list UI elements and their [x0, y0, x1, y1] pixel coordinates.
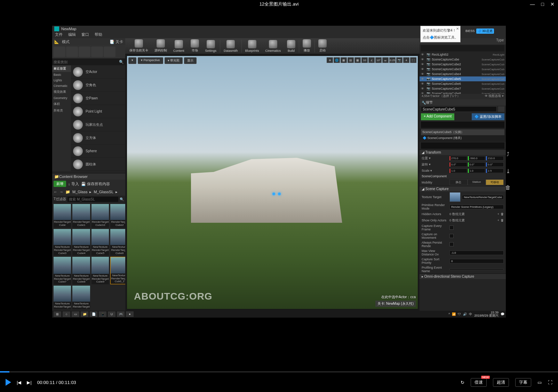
toolbar-源码控制[interactable]: 源码控制 [152, 39, 170, 54]
outliner-search[interactable] [421, 45, 504, 51]
tray-net-icon[interactable]: 📶 [452, 312, 456, 316]
add-icon[interactable]: + [497, 219, 499, 222]
vp-snap-icon[interactable]: ▦ [341, 57, 347, 63]
tree-root[interactable]: SceneCaptureCube5（实例） [421, 129, 504, 135]
place-item[interactable]: 空Pawn [71, 92, 125, 105]
add-icon[interactable]: + [497, 212, 499, 216]
visibility-icon[interactable]: 👁 [421, 87, 425, 90]
toolbar-Cinematics[interactable]: Cinematics [263, 39, 284, 53]
vp-scale-icon[interactable]: ⧢ [382, 57, 389, 63]
outliner-row[interactable]: 👁📷SceneCaptureCube8SceneCaptureCub [420, 91, 506, 94]
quality-button[interactable]: 超清 [493, 378, 509, 387]
omni-header[interactable]: ▸ Omni-directional Stereo Capture [420, 274, 506, 279]
play-button[interactable] [6, 379, 11, 386]
max-view-field[interactable]: -1.0 [449, 251, 504, 255]
tray-notification-icon[interactable]: 💬 [501, 312, 504, 316]
loc-z[interactable]: 210.0 [486, 156, 504, 161]
trash-icon[interactable]: 🗑 [501, 219, 504, 222]
cb-fwd-icon[interactable]: → [59, 190, 63, 194]
capture-every-checkbox[interactable] [449, 226, 454, 230]
outliner-row[interactable]: 👁📷SceneCaptureCube3SceneCaptureCub [420, 67, 506, 72]
asset-item[interactable]: NewTexture RenderTarget Cube6 [110, 229, 125, 256]
details-tab[interactable]: 🔧 细节 [420, 99, 506, 106]
maximize-button[interactable]: □ [541, 1, 544, 7]
cat-lights[interactable]: Lights [52, 77, 71, 83]
app-icon[interactable]: ● [126, 311, 134, 317]
asset-item[interactable]: RenderTarget Cube10 [91, 204, 109, 228]
outliner-row[interactable]: 👁📷SceneCaptureCube6SceneCaptureCub [420, 81, 506, 86]
toolbar-启动[interactable]: 启动 [316, 39, 329, 54]
place-item[interactable]: 圆柱体 [71, 158, 125, 171]
texture-target-dropdown[interactable]: NewTextureRenderTargetCube [462, 195, 504, 199]
minimize-button[interactable]: — [530, 1, 535, 7]
tray-sound-icon[interactable]: 🔊 [463, 312, 467, 316]
vp-angle-val[interactable]: 10° [375, 57, 382, 63]
visibility-icon[interactable]: 👁 [421, 82, 425, 85]
foliage-mode-icon[interactable] [91, 47, 103, 57]
loc-y[interactable]: -560.0 [468, 156, 486, 161]
vp-snap-val[interactable]: 10 [361, 57, 368, 63]
tray-ime-icon[interactable]: 中 [469, 312, 472, 317]
vp-coord-icon[interactable]: 🌐 [334, 57, 340, 63]
epic-icon[interactable]: 🎮 [117, 311, 125, 317]
speed-button[interactable]: 倍速NEW [471, 378, 487, 387]
close-button[interactable]: ✕ [550, 1, 555, 7]
modes-search-input[interactable] [54, 60, 119, 64]
component-search[interactable] [421, 122, 504, 128]
transform-header[interactable]: ◢ Transform [420, 150, 506, 155]
place-item[interactable]: 空角色 [71, 79, 125, 92]
cortana-button[interactable]: ○ [63, 311, 70, 317]
toolbar-Blueprints[interactable]: Blueprints [242, 39, 262, 53]
toolbar-播放[interactable]: 播放 [300, 39, 314, 54]
profiling-name-field[interactable] [449, 269, 504, 270]
asset-item[interactable]: RenderTarget Cube2 [110, 204, 125, 228]
vp-maximize-icon[interactable]: ⛶ [410, 57, 416, 63]
cat-geometry[interactable]: Geometry [52, 95, 71, 101]
next-button[interactable]: ▶| [27, 380, 31, 385]
vp-speed-icon[interactable]: 📷 [396, 57, 402, 63]
place-item[interactable]: Point Light [71, 105, 125, 118]
lock-icon[interactable] [498, 106, 504, 112]
toolbar-Datasmith[interactable]: Datasmith [221, 39, 241, 53]
progress-bar[interactable] [0, 371, 558, 373]
asset-item[interactable]: NewTexture RenderTarget Cub0_2 [110, 257, 125, 284]
visibility-icon[interactable]: 👁 [421, 77, 425, 81]
tray-arrow[interactable]: ^ [448, 312, 450, 316]
cat-visual[interactable]: 视觉效果 [52, 89, 71, 95]
texture-thumb[interactable] [449, 192, 461, 202]
pip-button[interactable]: ▭ [537, 380, 542, 385]
app-icon[interactable]: 📄 [90, 311, 97, 317]
asset-item[interactable]: NewTexture RenderTarget Cube8 [72, 257, 90, 284]
vp-perspective[interactable]: ▾ Perspective [138, 57, 163, 64]
vp-show[interactable]: 显示 [184, 57, 197, 64]
fullscreen-button[interactable]: ⛶ [548, 380, 552, 385]
asset-item[interactable]: RenderTarget Cube1 [72, 204, 90, 228]
actor-name-field[interactable] [421, 106, 497, 112]
menu-window[interactable]: 窗口 [81, 32, 89, 38]
cat-volumes[interactable]: 体积 [52, 101, 71, 107]
cb-search-input[interactable] [67, 197, 118, 202]
place-mode-icon[interactable] [54, 47, 65, 57]
place-item[interactable]: 立方体 [71, 131, 125, 145]
paint-mode-icon[interactable] [66, 47, 78, 57]
menu-file[interactable]: 文件 [55, 32, 63, 38]
cat-basic[interactable]: Basic [52, 72, 71, 77]
taskview-button[interactable]: ▭ [72, 311, 79, 317]
asset-item[interactable]: NewTexture RenderTarget Cube5 [91, 229, 109, 256]
vp-angle-icon[interactable]: ∠ [368, 57, 375, 63]
mobility-movable[interactable]: 可移动 [486, 179, 504, 185]
subtitle-button[interactable]: 字幕 [515, 378, 531, 387]
trash-icon[interactable]: 🗑 [501, 212, 504, 216]
asset-item[interactable]: NewTexture RenderTarget Cube4 [72, 229, 90, 256]
ue-app-icon[interactable]: U [108, 311, 115, 317]
asset-item[interactable]: NewTexture RenderTarget [72, 286, 90, 309]
scenecapture-header[interactable]: ◢ Scene Capture [420, 186, 506, 191]
tree-child[interactable]: 🔷 SceneComponent (继承) [421, 135, 504, 141]
view-options[interactable]: 👁 视图选项 ▾ [485, 94, 504, 99]
menu-help[interactable]: 帮助 [95, 32, 102, 38]
tray-shield-icon[interactable]: 🛡 [458, 312, 461, 316]
cb-saveall-button[interactable]: 💾 保存所有内容 [81, 181, 110, 187]
visibility-icon[interactable]: 👁 [421, 63, 425, 66]
cat-all[interactable]: 所有类 [52, 107, 71, 114]
welcome-close-icon[interactable]: ✕ [456, 27, 459, 31]
